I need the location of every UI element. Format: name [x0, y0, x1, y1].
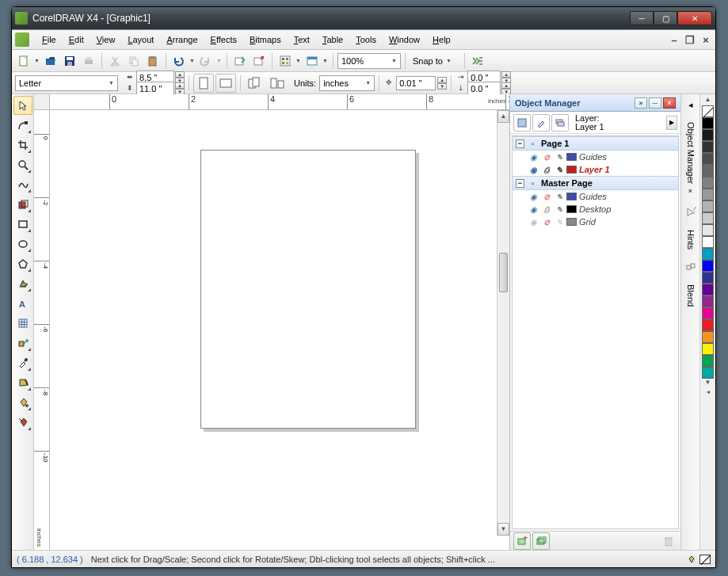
color-swatch[interactable]: [702, 141, 714, 153]
ruler-vertical[interactable]: inches 0-2-4-6-8-10: [34, 110, 50, 550]
dup-y-input[interactable]: [467, 82, 501, 96]
tree-layer-row[interactable]: ◉⊘✎Guides: [513, 190, 678, 203]
docker-minimize-button[interactable]: ─: [649, 97, 661, 109]
drawing-viewport[interactable]: ▲▼: [50, 110, 509, 550]
nudge-input[interactable]: [396, 76, 436, 90]
hints-icon[interactable]: ?: [684, 205, 698, 219]
color-swatch[interactable]: [702, 129, 714, 141]
snap-combo[interactable]: Snap to▼: [410, 53, 460, 69]
open-button[interactable]: [42, 52, 59, 70]
tree-layer-row[interactable]: ◉⊘✎Grid: [513, 216, 678, 228]
menu-file[interactable]: File: [36, 32, 63, 48]
edit-layers-button[interactable]: [532, 114, 550, 132]
ruler-origin[interactable]: [34, 94, 50, 110]
docker-tab-hints[interactable]: Hints: [684, 224, 698, 255]
dup-y-spinner[interactable]: ▲▼: [501, 82, 511, 95]
color-swatch[interactable]: [702, 177, 714, 189]
palette-up-button[interactable]: ▲: [702, 96, 715, 105]
tree-layer-row[interactable]: ◉⎙✎Desktop: [513, 203, 678, 216]
menu-tools[interactable]: Tools: [349, 32, 383, 48]
zoom-tool[interactable]: [13, 155, 32, 174]
welcome-button[interactable]: [303, 52, 321, 70]
color-swatch[interactable]: [702, 272, 714, 284]
maximize-button[interactable]: ▢: [654, 11, 677, 25]
color-swatch[interactable]: [702, 307, 714, 319]
menu-text[interactable]: Text: [288, 32, 316, 48]
new-layer-button[interactable]: +: [513, 532, 531, 550]
color-swatch[interactable]: [702, 153, 714, 165]
mdi-restore-button[interactable]: ❐: [684, 34, 696, 45]
color-swatch[interactable]: [702, 284, 714, 296]
layer-color-swatch[interactable]: [566, 193, 577, 200]
edit-icon[interactable]: ✎: [554, 205, 564, 214]
docker-titlebar[interactable]: Object Manager » ─ ×: [510, 94, 680, 112]
visible-icon[interactable]: ◉: [528, 153, 539, 162]
visible-icon[interactable]: ◉: [528, 193, 539, 201]
cut-button[interactable]: [106, 52, 124, 70]
copy-button[interactable]: [125, 52, 143, 70]
all-pages-button[interactable]: [245, 74, 265, 93]
tree-layer-row[interactable]: ◉⎙✎Layer 1: [513, 163, 678, 176]
color-swatch[interactable]: [702, 319, 714, 331]
redo-button[interactable]: [197, 52, 215, 70]
expand-icon[interactable]: −: [516, 139, 524, 148]
color-swatch[interactable]: [702, 331, 714, 343]
print-icon[interactable]: ⎙: [541, 166, 551, 174]
no-color-swatch[interactable]: [702, 105, 714, 117]
zoom-combo[interactable]: 100%▼: [337, 53, 401, 69]
edit-icon[interactable]: ✎: [554, 193, 564, 201]
menu-help[interactable]: Help: [426, 32, 457, 48]
edit-icon[interactable]: ✎: [554, 153, 564, 162]
layer-color-swatch[interactable]: [566, 166, 577, 174]
print-icon[interactable]: ⎙: [541, 205, 551, 214]
interactive-fill-tool[interactable]: [13, 413, 32, 432]
color-swatch[interactable]: [702, 248, 714, 260]
color-swatch[interactable]: [702, 367, 714, 379]
rectangle-tool[interactable]: [13, 215, 32, 234]
color-swatch[interactable]: [702, 355, 714, 367]
visible-icon[interactable]: ◉: [528, 218, 539, 227]
paste-button[interactable]: [144, 52, 162, 70]
vertical-scrollbar[interactable]: ▲▼: [497, 110, 509, 536]
minimize-button[interactable]: ─: [630, 11, 654, 25]
print-disabled-icon[interactable]: ⊘: [541, 218, 551, 227]
print-button[interactable]: [80, 52, 97, 70]
save-button[interactable]: [61, 52, 78, 70]
color-swatch[interactable]: [702, 189, 714, 200]
titlebar[interactable]: CorelDRAW X4 - [Graphic1] ─ ▢ ✕: [12, 7, 715, 29]
crop-tool[interactable]: [13, 135, 32, 154]
menu-bitmaps[interactable]: Bitmaps: [243, 32, 288, 48]
color-swatch[interactable]: [702, 343, 714, 355]
menu-edit[interactable]: Edit: [63, 32, 90, 48]
color-swatch[interactable]: [702, 296, 714, 307]
blend-icon[interactable]: [684, 260, 698, 274]
pick-tool[interactable]: [13, 96, 32, 115]
visible-icon[interactable]: ◉: [528, 205, 539, 214]
color-swatch[interactable]: [702, 260, 714, 272]
color-swatch[interactable]: [702, 224, 714, 236]
menu-arrange[interactable]: Arrange: [160, 32, 204, 48]
ellipse-tool[interactable]: [13, 235, 32, 254]
show-properties-button[interactable]: [513, 114, 531, 132]
paper-size-combo[interactable]: Letter▼: [15, 75, 118, 91]
layer-color-swatch[interactable]: [566, 218, 577, 226]
menu-view[interactable]: View: [90, 32, 122, 48]
fill-tool[interactable]: [13, 393, 32, 412]
tree-page-header[interactable]: −▫Master Page: [513, 176, 678, 190]
layer-manager-button[interactable]: [551, 114, 569, 132]
new-master-layer-button[interactable]: [532, 532, 550, 550]
menu-effects[interactable]: Effects: [204, 32, 243, 48]
edit-icon[interactable]: ✎: [554, 166, 564, 174]
page-height-input[interactable]: [136, 82, 174, 96]
edit-disabled-icon[interactable]: ✎: [554, 218, 564, 227]
color-swatch[interactable]: [702, 200, 714, 212]
portrait-button[interactable]: [193, 74, 214, 93]
interactive-tool[interactable]: [13, 334, 32, 353]
menu-layout[interactable]: Layout: [121, 32, 160, 48]
current-page-button[interactable]: [267, 74, 288, 93]
color-swatch[interactable]: [702, 212, 714, 224]
color-swatch[interactable]: [702, 236, 714, 248]
landscape-button[interactable]: [215, 74, 236, 93]
print-disabled-icon[interactable]: ⊘: [541, 193, 551, 201]
new-button[interactable]: [15, 52, 32, 70]
